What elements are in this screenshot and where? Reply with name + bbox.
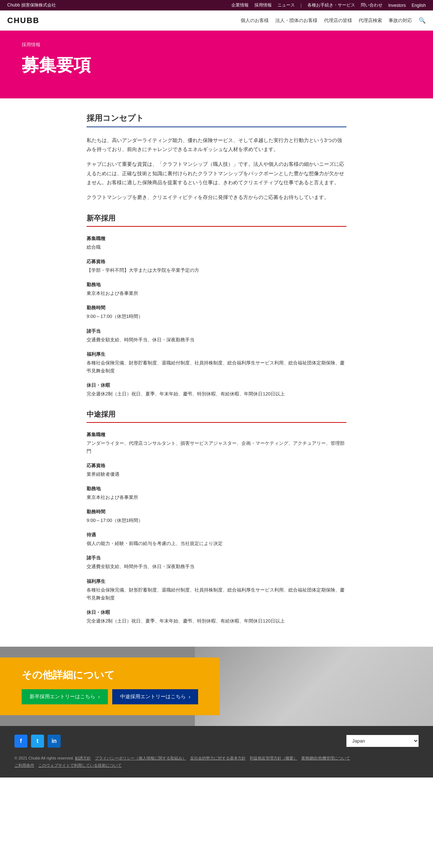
mid-career-divider <box>87 422 346 423</box>
mid-location: 勤務地 東京本社および各事業所 <box>87 486 346 501</box>
label-welfare-new: 福利厚生 <box>87 351 346 358</box>
footer-link-1[interactable]: 勧誘方針 <box>75 756 91 760</box>
main-nav: CHUBB 個人のお客様 法人・団体のお客様 代理店の皆様 代理店検索 事故の対… <box>0 10 433 31</box>
value-holiday-mid: 完全週休2制（土日）祝日、夏季、年末年始、慶弔、特別休暇、有給休暇、年間休日12… <box>87 617 346 625</box>
facebook-icon[interactable]: f <box>14 735 27 748</box>
label-holiday-mid: 休日・休暇 <box>87 609 346 616</box>
footer: f t in Japan © 2021 Chubb All rights res… <box>0 726 433 778</box>
intro-paragraph-1: 私たちは、高いアンダーライティング能力、優れた保険サービス、そして卓越した実行力… <box>87 136 346 154</box>
mid-compensation: 待遇 個人の能力・経験・前職の給与を考慮の上、当社規定により決定 <box>87 532 346 548</box>
label-holiday-new: 休日・休暇 <box>87 382 346 389</box>
new-grad-divider <box>87 226 346 227</box>
mid-shokushu: 募集職種 アンダーライター、代理店コンサルタント、損害サービスアジャスター、企画… <box>87 431 346 455</box>
top-nav-contact[interactable]: 問い合わせ <box>361 2 382 8</box>
top-nav-investors[interactable]: Investors <box>388 3 406 8</box>
nav-links: 個人のお客様 法人・団体のお客様 代理店の皆様 代理店検索 事故の対応 🔍 <box>241 17 426 24</box>
nav-individual[interactable]: 個人のお客様 <box>241 17 269 24</box>
page-title: 募集要項 <box>22 54 411 77</box>
new-grad-hours: 勤務時間 9:00～17:00（休憩1時間） <box>87 305 346 320</box>
hero: 採用情報 募集要項 <box>0 31 433 98</box>
footer-link-7[interactable]: このウェブサイトで利用している技術について <box>38 763 122 767</box>
new-grad-arrow-icon: › <box>98 694 100 700</box>
footer-top: f t in Japan <box>14 735 419 748</box>
label-location-mid: 勤務地 <box>87 486 346 492</box>
mid-welfare: 福利厚生 各種社会保険完備、財形貯蓄制度、退職給付制度、社員持株制度、総合福利厚… <box>87 578 346 602</box>
logo: CHUBB <box>7 16 39 25</box>
top-nav: 企業情報 採用情報 ニュース | 各種お手続き・サービス 問い合わせ Inves… <box>231 2 426 8</box>
mid-career-arrow-icon: › <box>189 694 191 700</box>
top-nav-kigyojoho[interactable]: 企業情報 <box>231 2 249 8</box>
twitter-icon[interactable]: t <box>31 735 44 748</box>
top-bar: Chubb 損害保険株式会社 企業情報 採用情報 ニュース | 各種お手続き・サ… <box>0 0 433 10</box>
nav-corporate[interactable]: 法人・団体のお客様 <box>275 17 318 24</box>
value-hours-new: 9:00～17:00（休憩1時間） <box>87 313 346 320</box>
value-welfare-new: 各種社会保険完備、財形貯蓄制度、退職給付制度、社員持株制度、総合福利厚生サービス… <box>87 359 346 375</box>
value-welfare-mid: 各種社会保険完備、財形貯蓄制度、退職給付制度、社員持株制度、総合福利厚生サービス… <box>87 586 346 602</box>
label-location-new: 勤務地 <box>87 282 346 288</box>
mid-holiday: 休日・休暇 完全週休2制（土日）祝日、夏季、年末年始、慶弔、特別休暇、有給休暇、… <box>87 609 346 625</box>
value-location-mid: 東京本社および各事業所 <box>87 493 346 501</box>
mid-allowance: 諸手当 交通費全額支給、時間外手当、休日・深夜勤務手当 <box>87 555 346 571</box>
banner-title: その他詳細について <box>22 668 198 682</box>
footer-link-5[interactable]: 業務継続/危機管理について <box>301 756 350 760</box>
main-content: 採用コンセプト 私たちは、高いアンダーライティング能力、優れた保険サービス、そし… <box>79 98 354 647</box>
label-allowance-mid: 諸手当 <box>87 555 346 561</box>
new-grad-entry-button[interactable]: 新卒採用エントリーはこちら › <box>22 689 108 704</box>
mid-career-entry-label: 中途採用エントリーはこちら <box>120 694 186 700</box>
top-nav-english[interactable]: English <box>412 3 426 8</box>
country-selector-wrapper: Japan <box>346 735 419 747</box>
label-welfare-mid: 福利厚生 <box>87 578 346 585</box>
mid-hours: 勤務時間 9:00～17:00（休憩1時間） <box>87 509 346 524</box>
new-grad-holiday: 休日・休暇 完全週休2制（土日）祝日、夏季、年末年始、慶弔、特別休暇、有給休暇、… <box>87 382 346 398</box>
value-holiday-new: 完全週休2制（土日）祝日、夏季、年末年始、慶弔、特別休暇、有給休暇、年間休日12… <box>87 390 346 398</box>
label-hours-mid: 勤務時間 <box>87 509 346 515</box>
copyright: © 2021 Chubb All rights reserved. <box>14 756 74 760</box>
social-icons: f t in <box>14 735 61 748</box>
breadcrumb: 採用情報 <box>22 41 411 48</box>
label-qual-new: 応募資格 <box>87 258 346 265</box>
intro-paragraph-2: チャブにおいて重要な資質は、「クラフトマンシップ（職人技）」です。法人や個人のお… <box>87 160 346 187</box>
label-shokushu-mid: 募集職種 <box>87 431 346 438</box>
new-grad-qualification: 応募資格 【学部・学科不問】大学または大学院を卒業予定の方 <box>87 258 346 274</box>
value-comp-mid: 個人の能力・経験・前職の給与を考慮の上、当社規定により決定 <box>87 540 346 548</box>
banner-section: その他詳細について 新卒採用エントリーはこちら › 中途採用エントリーはこちら … <box>0 647 433 726</box>
label-shokushu-new: 募集職種 <box>87 235 346 242</box>
footer-link-6[interactable]: ご利用条件 <box>14 763 34 767</box>
banner-buttons: 新卒採用エントリーはこちら › 中途採用エントリーはこちら › <box>22 689 198 704</box>
separator: | <box>301 3 302 8</box>
footer-bottom: © 2021 Chubb All rights reserved. 勧誘方針 プ… <box>14 755 419 769</box>
value-allowance-new: 交通費全額支給、時間外手当、休日・深夜勤務手当 <box>87 336 346 344</box>
footer-link-2[interactable]: プライバシーポリシー（個人情報に関する取組み） <box>95 756 186 760</box>
label-qual-mid: 応募資格 <box>87 462 346 469</box>
value-qual-new: 【学部・学科不問】大学または大学院を卒業予定の方 <box>87 266 346 274</box>
value-location-new: 東京本社および各事業所 <box>87 289 346 297</box>
mid-career-title: 中途採用 <box>87 409 346 419</box>
concept-divider <box>87 127 346 127</box>
value-qual-mid: 業界経験者優遇 <box>87 470 346 478</box>
nav-agent[interactable]: 代理店の皆様 <box>324 17 352 24</box>
label-comp-mid: 待遇 <box>87 532 346 538</box>
top-nav-saiyojoho[interactable]: 採用情報 <box>254 2 272 8</box>
new-grad-allowance: 諸手当 交通費全額支給、時間外手当、休日・深夜勤務手当 <box>87 328 346 344</box>
nav-agent-search[interactable]: 代理店検索 <box>359 17 382 24</box>
footer-link-4[interactable]: 利益相反管理方針（概要） <box>250 756 297 760</box>
new-grad-title: 新卒採用 <box>87 213 346 223</box>
linkedin-icon[interactable]: in <box>48 735 61 748</box>
top-nav-news[interactable]: ニュース <box>277 2 295 8</box>
company-name: Chubb 損害保険株式会社 <box>7 2 56 8</box>
intro-paragraph-3: クラフトマンシップを磨き、クリエイティビティを存分に発揮できる方からのご応募をお… <box>87 193 346 202</box>
new-grad-location: 勤務地 東京本社および各事業所 <box>87 282 346 297</box>
value-hours-mid: 9:00～17:00（休憩1時間） <box>87 517 346 524</box>
value-allowance-mid: 交通費全額支給、時間外手当、休日・深夜勤務手当 <box>87 563 346 571</box>
new-grad-welfare: 福利厚生 各種社会保険完備、財形貯蓄制度、退職給付制度、社員持株制度、総合福利厚… <box>87 351 346 375</box>
footer-link-3[interactable]: 反社会的勢力に対する基本方針 <box>190 756 246 760</box>
banner-background <box>195 647 433 726</box>
country-select[interactable]: Japan <box>346 735 419 747</box>
top-nav-service[interactable]: 各種お手続き・サービス <box>307 2 355 8</box>
mid-career-entry-button[interactable]: 中途採用エントリーはこちら › <box>112 689 198 704</box>
nav-accident[interactable]: 事故の対応 <box>389 17 412 24</box>
label-allowance-new: 諸手当 <box>87 328 346 335</box>
concept-title: 採用コンセプト <box>87 113 346 124</box>
new-grad-shokushu: 募集職種 総合職 <box>87 235 346 251</box>
search-icon[interactable]: 🔍 <box>419 17 426 24</box>
